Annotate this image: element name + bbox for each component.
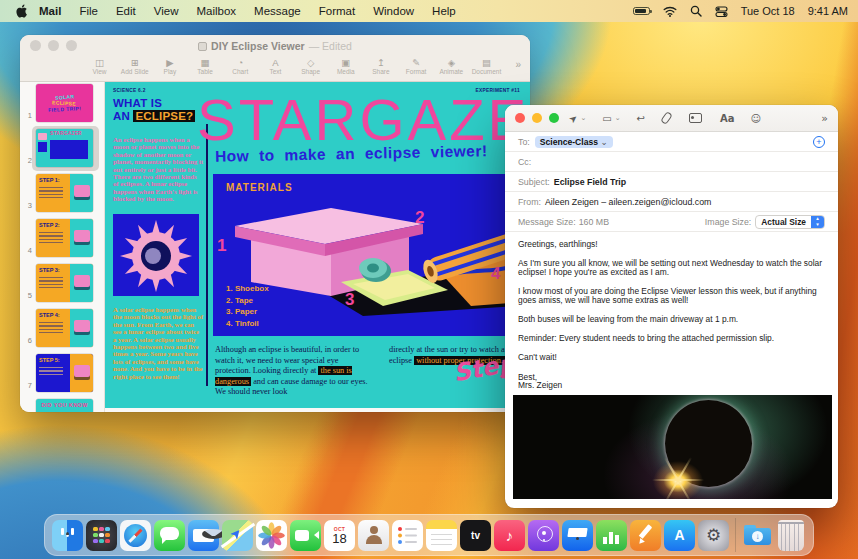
toolbar-button-text[interactable]: AText [258, 57, 293, 81]
slide[interactable]: SCIENCE 6.2 EXPERIMENT #11 WHAT ISAN ECL… [105, 82, 530, 408]
reply-icon[interactable]: ↩ [637, 113, 645, 124]
mail-body[interactable]: Greetings, earthlings!As I'm sure you al… [505, 232, 838, 499]
dock-numbers-icon[interactable] [596, 520, 627, 551]
toolbar-button-view[interactable]: ◫View [82, 57, 117, 81]
recipient-token[interactable]: Science-Class ⌄ [535, 136, 613, 148]
menu-item-message[interactable]: Message [245, 5, 310, 17]
toolbar-button-play[interactable]: ▶Play [152, 57, 187, 81]
slide-paragraph-orange: A solar eclipse happens when the moon bl… [113, 306, 203, 380]
wifi-icon[interactable] [663, 6, 677, 17]
dock-calendar-icon[interactable]: OCT18 [324, 520, 355, 551]
menu-time[interactable]: 9:41 AM [808, 5, 848, 17]
document-icon: ▤ [482, 57, 491, 68]
dock-contacts-icon[interactable] [358, 520, 389, 551]
dock-pages-icon[interactable] [630, 520, 661, 551]
dock-notes-icon[interactable] [426, 520, 457, 551]
dock-trash-icon[interactable] [778, 520, 804, 551]
toolbar-button-media[interactable]: ▣Media [328, 57, 363, 81]
dock-appletv-icon[interactable]: tv [460, 520, 491, 551]
toolbar-button-document[interactable]: ▤Document [469, 57, 504, 81]
control-center-icon[interactable] [715, 6, 728, 17]
mail-from-row[interactable]: From:Aileen Zeigen – aileen.zeigen@iclou… [505, 192, 838, 212]
toolbar-button-share[interactable]: ↥Share [363, 57, 398, 81]
dock-photos-icon[interactable] [256, 520, 287, 551]
dock-maps-icon[interactable] [222, 520, 253, 551]
dock-podcasts-icon[interactable] [528, 520, 559, 551]
slide-thumbnail-4[interactable]: 4STEP 2: [20, 219, 104, 257]
menu-item-mailbox[interactable]: Mailbox [187, 5, 245, 17]
keynote-toolbar-items: ◫View⊞Add Slide▶Play▦Table◔ChartAText◇Sh… [82, 57, 504, 81]
dock-mail-icon[interactable] [188, 520, 219, 551]
toolbar-button-table[interactable]: ▦Table [188, 57, 223, 81]
menu-item-file[interactable]: File [70, 5, 107, 17]
menu-item-format[interactable]: Format [310, 5, 364, 17]
slide-thumbnail-3[interactable]: 3STEP 1: [20, 174, 104, 212]
emoji-icon[interactable]: ☺ [750, 113, 760, 124]
eclipse-photo-attachment[interactable] [513, 395, 832, 499]
toolbar-overflow-icon[interactable]: » [515, 59, 521, 70]
send-options-chevron-icon[interactable]: ⌄ [580, 114, 586, 122]
mail-body-paragraphs: Greetings, earthlings!As I'm sure you al… [518, 240, 825, 362]
menu-item-help[interactable]: Help [423, 5, 465, 17]
slide-thumbnail-8[interactable]: 8DID YOU KNOW [20, 399, 104, 412]
toolbar-button-chart[interactable]: ◔Chart [223, 57, 258, 81]
mail-subject-row[interactable]: Subject:Eclipse Field Trip [505, 172, 838, 192]
animate-icon: ◈ [448, 57, 455, 68]
toolbar-button-add-slide[interactable]: ⊞Add Slide [117, 57, 152, 81]
toolbar-button-shape[interactable]: ◇Shape [293, 57, 328, 81]
dock-downloads-icon[interactable]: ↓ [742, 520, 773, 551]
slide-thumbnail-1[interactable]: 1SOLARECLIPSEFIELD TRIP! [20, 84, 104, 122]
dock-appstore-icon[interactable]: A [664, 520, 695, 551]
slide-canvas-area: SCIENCE 6.2 EXPERIMENT #11 WHAT ISAN ECL… [105, 82, 530, 412]
add-recipient-button[interactable]: + [813, 136, 825, 148]
send-icon[interactable]: ➤ [566, 111, 579, 125]
materials-list: 1. Shoebox2. Tape3. Paper4. Tinfoil [226, 283, 269, 329]
toolbar-button-format[interactable]: ✎Format [399, 57, 434, 81]
slide-thumbnail-6[interactable]: 6STEP 4: [20, 309, 104, 347]
dock-messages-icon[interactable] [154, 520, 185, 551]
mail-paragraph: Can't wait! [518, 353, 825, 362]
header-fields-chevron-icon[interactable]: ⌄ [615, 114, 621, 122]
add-slide-icon: ⊞ [131, 57, 139, 68]
mail-to-row[interactable]: To: Science-Class ⌄ + [505, 132, 838, 152]
dock-finder-icon[interactable] [52, 520, 83, 551]
slide-thumbnail-7[interactable]: 7STEP 5: [20, 354, 104, 392]
battery-icon[interactable] [633, 7, 650, 15]
menu-item-edit[interactable]: Edit [107, 5, 145, 17]
dock-keynote-icon[interactable] [562, 520, 593, 551]
dock-safari-icon[interactable] [120, 520, 151, 551]
header-fields-icon[interactable]: ▭ [602, 113, 611, 124]
dock-settings-icon[interactable]: ⚙ [698, 520, 729, 551]
insert-photo-icon[interactable] [689, 113, 702, 123]
dock-facetime-icon[interactable] [290, 520, 321, 551]
menu-item-view[interactable]: View [145, 5, 188, 17]
format-icon[interactable]: Aa [720, 113, 735, 124]
dock: OCT18tv♪A⚙↓ [44, 514, 814, 556]
apple-menu-icon[interactable] [16, 4, 28, 18]
toolbar-button-animate[interactable]: ◈Animate [434, 57, 469, 81]
attach-icon[interactable] [660, 111, 673, 125]
mail-window-controls[interactable] [515, 113, 559, 123]
mail-cc-row[interactable]: Cc: [505, 152, 838, 172]
dock-reminders-icon[interactable] [392, 520, 423, 551]
desktop: MailFileEditViewMailboxMessageFormatWind… [0, 0, 858, 559]
image-size-select[interactable]: Actual Size ▲▼ [755, 215, 825, 229]
share-icon: ↥ [377, 57, 385, 68]
search-icon[interactable] [690, 5, 702, 17]
play-icon: ▶ [166, 57, 173, 68]
document-icon [198, 42, 207, 51]
mail-paragraph: Both buses will be leaving from the main… [518, 315, 825, 324]
slide-thumbnail-5[interactable]: 5STEP 3: [20, 264, 104, 302]
materials-number-3: 3 [345, 290, 354, 310]
menu-item-mail[interactable]: Mail [30, 5, 70, 17]
dock-music-icon[interactable]: ♪ [494, 520, 525, 551]
edited-status: — Edited [309, 40, 352, 52]
keynote-toolbar: ◫View⊞Add Slide▶Play▦Table◔ChartAText◇Sh… [20, 56, 530, 82]
more-icon[interactable]: » [821, 112, 828, 125]
slide-thumbnail-2[interactable]: 2STARGAZER [20, 129, 104, 167]
dock-launchpad-icon[interactable] [86, 520, 117, 551]
dock-divider [735, 518, 736, 552]
shape-icon: ◇ [307, 57, 314, 68]
menu-date[interactable]: Tue Oct 18 [741, 5, 795, 17]
menu-item-window[interactable]: Window [364, 5, 423, 17]
